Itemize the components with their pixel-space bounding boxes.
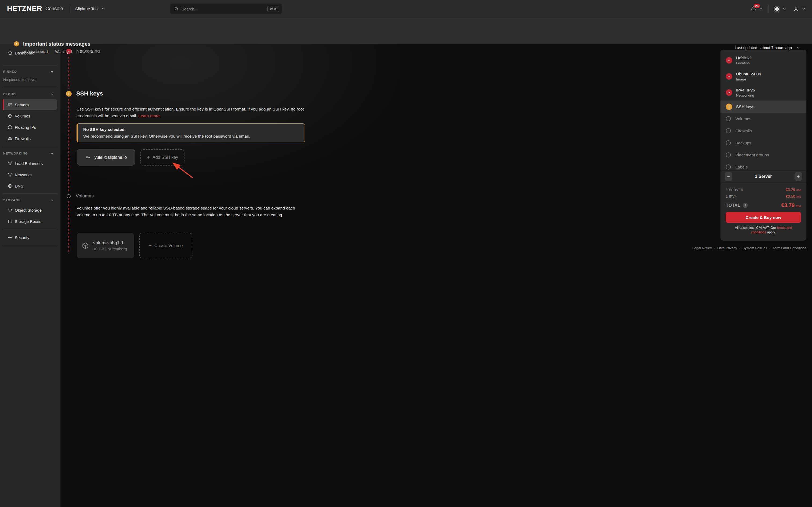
cube-icon: [7, 113, 13, 119]
ssh-warning-box: No SSH key selected. We recommend using …: [77, 123, 305, 142]
sidebar-item-object-storage[interactable]: Object Storage: [3, 205, 57, 215]
volume-meta: 10 GB | Nuremberg: [93, 247, 127, 251]
ssh-key-chip[interactable]: yulei@sliplane.io: [77, 149, 135, 166]
sidebar-item-load-balancers[interactable]: Load Balancers: [3, 158, 57, 169]
firewall-icon: [7, 136, 13, 141]
sidebar-item-networks[interactable]: Networks: [3, 169, 57, 180]
project-selector[interactable]: Sliplane Test: [75, 6, 105, 11]
other-count: Other:3: [80, 50, 93, 54]
step-ssh-keys-header: ! SSH keys: [66, 91, 103, 97]
project-name: Sliplane Test: [75, 6, 99, 11]
circle-icon: [66, 194, 70, 198]
chevron-down-icon: [50, 152, 54, 155]
step-title: Volumes: [76, 193, 94, 199]
sidebar-section-cloud[interactable]: CLOUD: [0, 91, 60, 97]
sidebar-item-label: Storage Boxes: [15, 219, 41, 224]
sidebar-section-storage[interactable]: STORAGE: [0, 197, 60, 203]
volumes-description: Volumes offer you highly available and r…: [77, 205, 304, 218]
sidebar-item-volumes[interactable]: Volumes: [3, 111, 57, 121]
sidebar-section-networking[interactable]: NETWORKING: [0, 151, 60, 156]
ssh-description: Use SSH keys for secure and efficient au…: [77, 106, 304, 119]
sidebar-item-label: Floating IPs: [15, 125, 36, 129]
bucket-icon: [7, 208, 13, 213]
step-title: SSH keys: [76, 91, 103, 97]
sidebar-item-label: Object Storage: [15, 208, 42, 213]
console-label: Console: [45, 6, 63, 11]
search-bar[interactable]: ⌘ K: [170, 3, 282, 14]
chevron-down-icon: [50, 70, 54, 73]
sidebar-item-label: DNS: [15, 184, 23, 188]
sidebar-item-servers[interactable]: Servers: [3, 99, 57, 110]
sidebar-item-label: Servers: [15, 103, 29, 107]
pinned-empty-note: No pinned items yet: [0, 77, 60, 82]
status-banner-title: Important status messages: [23, 41, 91, 47]
sidebar-section-pinned[interactable]: PINNED: [0, 69, 60, 74]
sidebar-item-floating-ips[interactable]: Floating IPs: [3, 122, 57, 132]
timeline-dashed-line: [68, 57, 69, 89]
network-icon: [7, 172, 13, 177]
warning-icon: !: [66, 91, 72, 97]
warning-count: Warning:1: [55, 50, 73, 54]
divider: [3, 229, 57, 229]
timeline-dashed-line: [68, 201, 69, 253]
maintenance-count: Maintenance:1: [23, 50, 48, 54]
learn-more-link[interactable]: Learn more.: [138, 113, 161, 118]
chevron-down-icon: [50, 198, 54, 202]
plus-icon: +: [147, 155, 150, 160]
sidebar-item-security[interactable]: Security: [3, 232, 57, 243]
sidebar-item-label: Networks: [15, 172, 32, 177]
storage-box-icon: [7, 219, 13, 224]
server-icon: [7, 102, 13, 107]
sidebar-item-firewalls[interactable]: Firewalls: [3, 133, 57, 144]
create-volume-button[interactable]: + Create Volume: [139, 233, 192, 253]
server-create-content: Networking ! SSH keys Use SSH keys for s…: [60, 44, 406, 253]
timeline-dashed-line: [68, 99, 69, 191]
sidebar-item-storage-boxes[interactable]: Storage Boxes: [3, 216, 57, 227]
cube-icon: [81, 242, 89, 250]
warning-body: We recommend using an SSH key. Otherwise…: [83, 133, 299, 139]
divider: [3, 65, 57, 65]
search-input[interactable]: [182, 7, 267, 11]
sidebar-item-label: Firewalls: [15, 136, 31, 141]
volume-card[interactable]: volume-nbg1-1 10 GB | Nuremberg: [77, 233, 134, 253]
chevron-down-icon: [101, 7, 105, 11]
divider: [3, 245, 57, 245]
sidebar-item-label: Security: [15, 235, 29, 240]
key-icon: [85, 155, 91, 160]
sidebar-item-dns[interactable]: DNS: [3, 180, 57, 191]
search-icon: [174, 6, 179, 11]
status-banner: ! Important status messages Maintenance:…: [0, 18, 406, 44]
hetzner-logo: HETZNER: [7, 5, 42, 13]
top-bar: HETZNER Console Sliplane Test ⌘ K 25: [0, 0, 406, 18]
divider: [3, 193, 57, 194]
add-ssh-key-label: Add SSH key: [153, 155, 178, 160]
sidebar-item-label: Volumes: [15, 114, 30, 118]
warning-icon: !: [14, 41, 19, 46]
warning-title: No SSH key selected.: [83, 126, 299, 133]
sidebar: Dashboard PINNED No pinned items yet CLO…: [0, 44, 60, 253]
sidebar-item-label: Load Balancers: [15, 161, 43, 166]
load-balancer-icon: [7, 161, 13, 166]
plus-icon: +: [149, 243, 152, 248]
volume-name: volume-nbg1-1: [93, 240, 127, 246]
chevron-down-icon: [50, 92, 54, 96]
add-ssh-key-button[interactable]: + Add SSH key: [141, 149, 185, 166]
create-volume-label: Create Volume: [154, 243, 183, 248]
command-key-badge: ⌘ K: [267, 6, 279, 12]
globe-icon: [7, 183, 13, 188]
step-volumes-header[interactable]: Volumes: [66, 193, 94, 199]
key-icon: [7, 235, 13, 240]
status-counts: Maintenance:1 Warning:1 Other:3: [23, 50, 93, 54]
floating-ip-icon: [7, 125, 13, 130]
home-icon: [7, 50, 13, 56]
ssh-key-name: yulei@sliplane.io: [95, 155, 127, 160]
